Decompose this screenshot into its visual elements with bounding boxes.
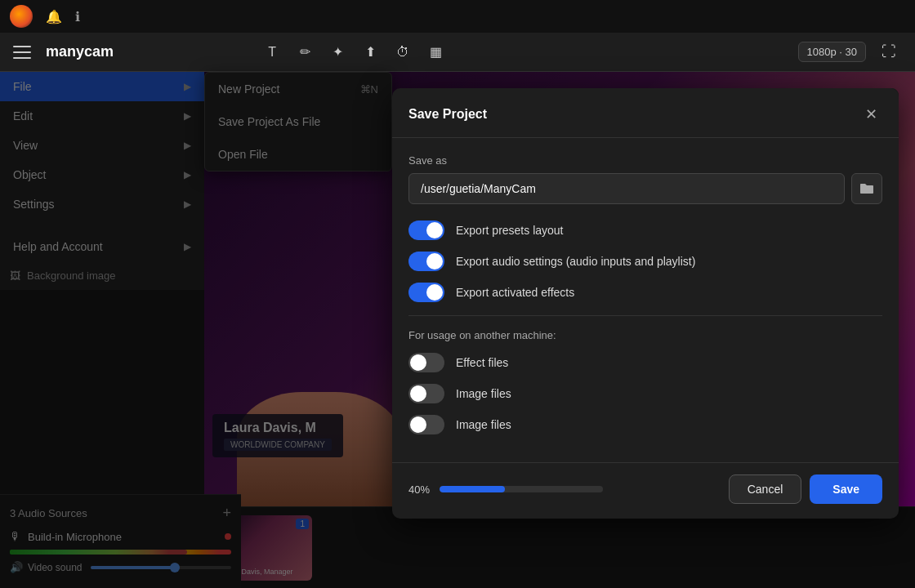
- toggle-image-files-2: Image files: [408, 415, 882, 434]
- browse-folder-button[interactable]: [851, 173, 882, 204]
- toggle-effect-files: Effect files: [408, 353, 882, 372]
- timer-tool-button[interactable]: ⏱: [388, 38, 417, 67]
- progress-percent: 40%: [408, 483, 430, 496]
- app-name-label: manycam: [46, 43, 114, 60]
- image-files-toggle-2[interactable]: [408, 415, 444, 434]
- path-row: [408, 173, 882, 204]
- progress-track: [440, 486, 603, 492]
- tool-group: T ✏ ✦ ⬆ ⏱ ▦: [257, 38, 791, 67]
- resolution-selector[interactable]: 1080p · 30: [798, 42, 866, 62]
- toggle-export-presets: Export presets layout: [408, 220, 882, 240]
- dialog-actions: Cancel Save: [729, 474, 882, 504]
- dialog-overlay: Save Project ✕ Save as Export presets la…: [0, 72, 915, 588]
- dialog-footer: 40% Cancel Save: [392, 462, 899, 519]
- dialog-body: Save as Export presets layout: [392, 138, 899, 462]
- save-project-dialog: Save Project ✕ Save as Export presets la…: [392, 88, 899, 519]
- cancel-button[interactable]: Cancel: [729, 474, 802, 504]
- image-files-toggle-1[interactable]: [408, 384, 444, 403]
- main-toolbar: manycam T ✏ ✦ ⬆ ⏱ ▦ 1080p · 30 ⛶: [0, 33, 915, 72]
- export-presets-toggle[interactable]: [408, 220, 444, 240]
- toolbar-right: 1080p · 30 ⛶: [798, 39, 902, 65]
- fullscreen-button[interactable]: ⛶: [876, 39, 902, 65]
- toggle-export-audio: Export audio settings (audio inputs and …: [408, 252, 882, 271]
- toggle-export-effects: Export activated effects: [408, 283, 882, 302]
- effect-files-toggle[interactable]: [408, 353, 444, 372]
- dialog-close-button[interactable]: ✕: [859, 103, 882, 126]
- export-audio-toggle[interactable]: [408, 252, 444, 271]
- brush-tool-button[interactable]: ✏: [290, 38, 319, 67]
- save-button[interactable]: Save: [810, 474, 882, 504]
- folder-icon: [859, 182, 874, 195]
- text-tool-button[interactable]: T: [257, 38, 287, 67]
- dialog-divider: [408, 315, 882, 316]
- dialog-title: Save Project: [408, 107, 487, 122]
- info-icon[interactable]: ℹ: [75, 9, 80, 24]
- upload-tool-button[interactable]: ⬆: [355, 38, 385, 67]
- top-bar: 🔔 ℹ: [0, 0, 915, 33]
- save-as-label: Save as: [408, 154, 882, 167]
- hamburger-menu-button[interactable]: [13, 39, 39, 65]
- machine-section-label: For usage on another machine:: [408, 329, 882, 341]
- progress-fill: [440, 486, 505, 492]
- toggle-image-files-1: Image files: [408, 384, 882, 403]
- effect-tool-button[interactable]: ✦: [323, 38, 352, 67]
- save-path-input[interactable]: [408, 173, 845, 204]
- export-effects-toggle[interactable]: [408, 283, 444, 302]
- notification-bell-icon[interactable]: 🔔: [46, 9, 62, 24]
- dialog-header: Save Project ✕: [392, 88, 899, 138]
- grid-tool-button[interactable]: ▦: [421, 38, 450, 67]
- progress-row: 40%: [408, 483, 603, 496]
- app-logo-icon: [10, 5, 33, 28]
